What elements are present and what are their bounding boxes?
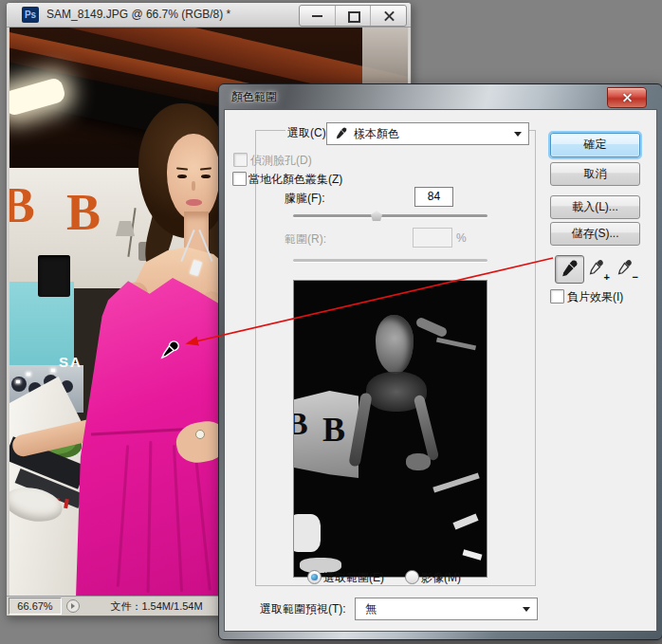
eyedropper-add-button[interactable]: +: [587, 258, 611, 281]
range-field: [413, 228, 452, 248]
close-icon[interactable]: [371, 6, 406, 26]
eyedropper-subtract-button[interactable]: −: [616, 258, 639, 281]
save-button[interactable]: 儲存(S)...: [550, 222, 640, 246]
select-dropdown[interactable]: 樣本顏色: [326, 122, 529, 145]
photoshop-app-icon: Ps: [22, 7, 39, 23]
range-label: 範圍(R):: [285, 231, 326, 248]
fuzziness-slider-thumb[interactable]: [371, 211, 382, 221]
invert-label: 負片效果(I): [567, 289, 623, 305]
selection-preview-dropdown[interactable]: 無: [355, 598, 538, 620]
fuzziness-slider[interactable]: [293, 210, 487, 221]
photo-banner-text: SA: [59, 354, 83, 370]
document-title: SAM_8149.JPG @ 66.7% (RGB/8) *: [46, 8, 230, 21]
select-value: 樣本顏色: [354, 123, 399, 144]
photo-letter-b: B: [9, 177, 35, 233]
eyedropper-icon: [559, 258, 579, 279]
load-button[interactable]: 載入(L)...: [550, 195, 640, 219]
radio-selection-label: 選取範圍(E): [323, 570, 384, 586]
dialog-body: 選取(C): 樣本顏色 偵測臉孔(D) 當地化顏色叢集(Z) 朦朧(F): 84…: [224, 109, 657, 632]
minimize-icon[interactable]: [300, 6, 336, 26]
select-label: 選取(C):: [285, 125, 331, 141]
localized-clusters-checkbox[interactable]: [232, 172, 247, 186]
chevron-down-icon: [523, 607, 530, 612]
photo-letter-b: B: [66, 183, 101, 242]
selection-preview-value: 無: [365, 598, 377, 619]
preview-letter-b: B: [293, 406, 308, 442]
eyedropper-icon: [334, 126, 348, 140]
document-size-info: 文件：1.54M/1.54M: [88, 599, 225, 614]
eyedropper-sample-button[interactable]: [555, 255, 584, 284]
fuzziness-field[interactable]: 84: [414, 187, 453, 207]
radio-image-label: 影像(M): [421, 570, 461, 586]
photo-woman-face: [167, 134, 220, 221]
eyedropper-minus-icon: [616, 258, 634, 276]
maximize-icon[interactable]: [336, 6, 372, 26]
invert-checkbox[interactable]: [550, 289, 564, 304]
detect-faces-checkbox: [233, 153, 248, 167]
dialog-close-icon[interactable]: [607, 87, 647, 108]
radio-image[interactable]: [405, 570, 419, 584]
selection-preview-image[interactable]: B B: [293, 280, 487, 578]
preview-letter-b: B: [322, 410, 345, 450]
photo-ring: [195, 430, 205, 439]
range-unit: %: [456, 231, 467, 245]
document-status-icon[interactable]: [66, 599, 80, 613]
dialog-title: 顏色範圍: [231, 89, 277, 105]
range-slider: [293, 254, 487, 266]
selection-preview-label: 選取範圍預視(T):: [260, 601, 346, 617]
preview-face: [376, 315, 414, 374]
chevron-down-icon: [514, 132, 522, 137]
cancel-button[interactable]: 取消: [550, 162, 640, 186]
photo-speaker: [38, 255, 70, 297]
zoom-level-field[interactable]: 66.67%: [9, 598, 62, 615]
detect-faces-label: 偵測臉孔(D): [250, 153, 312, 169]
window-controls: [299, 5, 407, 27]
fuzziness-label: 朦朧(F):: [285, 191, 325, 207]
eyedropper-plus-icon: [587, 258, 605, 276]
desktop: Ps SAM_8149.JPG @ 66.7% (RGB/8) * B B: [0, 0, 662, 644]
localized-clusters-label: 當地化顏色叢集(Z): [248, 172, 342, 188]
radio-selection[interactable]: [307, 570, 322, 584]
color-range-dialog: 顏色範圍 選取(C): 樣本顏色 偵測臉孔(D) 當地化顏色叢集(Z) 朦朧(F…: [218, 83, 662, 640]
document-titlebar[interactable]: Ps SAM_8149.JPG @ 66.7% (RGB/8) *: [7, 3, 411, 28]
ok-button[interactable]: 確定: [550, 133, 640, 157]
